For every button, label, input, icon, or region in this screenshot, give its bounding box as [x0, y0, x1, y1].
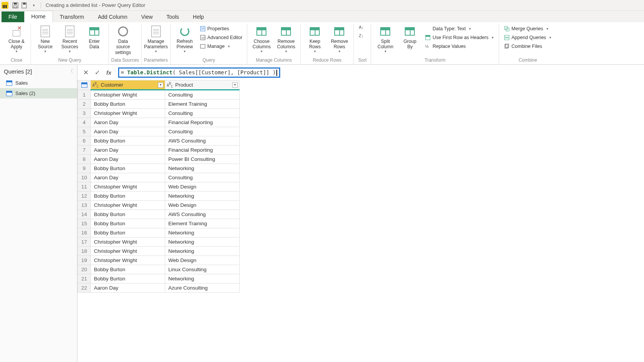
tab-help[interactable]: Help — [186, 11, 211, 22]
cell-customer[interactable]: Aaron Day — [91, 155, 165, 164]
cell-product[interactable]: Financial Reporting — [165, 146, 240, 155]
query-item-sales[interactable]: Sales — [0, 78, 77, 88]
cell-product[interactable]: Consulting — [165, 109, 240, 118]
row-number[interactable]: 3 — [78, 109, 91, 118]
data-source-settings-button[interactable]: Data source settings — [111, 24, 135, 57]
row-number[interactable]: 18 — [78, 247, 91, 256]
cell-product[interactable]: Consulting — [165, 173, 240, 182]
qat-save-icon[interactable] — [12, 2, 19, 9]
cell-product[interactable]: AWS Consulting — [165, 210, 240, 219]
first-row-headers-button[interactable]: Use First Row as Headers▼ — [422, 33, 496, 42]
row-number[interactable]: 2 — [78, 100, 91, 109]
cell-product[interactable]: Networking — [165, 192, 240, 201]
row-number[interactable]: 20 — [78, 265, 91, 274]
combine-files-button[interactable]: Combine Files — [501, 42, 554, 51]
row-number[interactable]: 1 — [78, 90, 91, 100]
row-number[interactable]: 15 — [78, 219, 91, 228]
row-number[interactable]: 7 — [78, 146, 91, 155]
cell-product[interactable]: Networking — [165, 247, 240, 256]
row-number[interactable]: 5 — [78, 127, 91, 136]
enter-data-button[interactable]: Enter Data — [82, 24, 106, 51]
collapse-queries-icon[interactable]: 〈 — [68, 68, 73, 75]
properties-button[interactable]: Properties — [197, 25, 245, 33]
cell-product[interactable]: Consulting — [165, 127, 240, 136]
merge-queries-button[interactable]: Merge Queries▼ — [501, 25, 554, 33]
cell-customer[interactable]: Christopher Wright — [91, 182, 165, 192]
table-row[interactable]: 3Christopher WrightConsulting — [78, 109, 240, 118]
cell-product[interactable]: Element Training — [165, 219, 240, 228]
cell-customer[interactable]: Bobby Burton — [91, 100, 165, 109]
table-row[interactable]: 2Bobby BurtonElement Training — [78, 100, 240, 109]
row-number[interactable]: 19 — [78, 256, 91, 265]
row-number[interactable]: 16 — [78, 228, 91, 238]
sort-button[interactable]: A↓Z↓ — [356, 24, 368, 40]
data-grid[interactable]: ABC Customer ▼ ABC Product ▼ 1Christophe… — [77, 80, 240, 293]
data-grid-wrap[interactable]: ABC Customer ▼ ABC Product ▼ 1Christophe… — [77, 80, 644, 362]
choose-columns-button[interactable]: Choose Columns▼ — [250, 24, 273, 55]
table-row[interactable]: 10Aaron DayConsulting — [78, 173, 240, 182]
append-queries-button[interactable]: Append Queries▼ — [501, 33, 554, 42]
row-number[interactable]: 11 — [78, 182, 91, 192]
group-by-button[interactable]: Group By — [398, 24, 422, 51]
tab-home[interactable]: Home — [24, 11, 53, 22]
cell-customer[interactable]: Bobby Burton — [91, 228, 165, 238]
replace-values-button[interactable]: ½Replace Values — [422, 42, 496, 51]
cell-customer[interactable]: Aaron Day — [91, 173, 165, 182]
table-row[interactable]: 18Christopher WrightNetworking — [78, 247, 240, 256]
table-row[interactable]: 11Christopher WrightWeb Design — [78, 182, 240, 192]
recent-sources-button[interactable]: Recent Sources▼ — [58, 24, 82, 55]
tab-file[interactable]: File — [2, 11, 24, 22]
table-row[interactable]: 14Bobby BurtonAWS Consulting — [78, 210, 240, 219]
cell-customer[interactable]: Bobby Burton — [91, 274, 165, 283]
row-number[interactable]: 12 — [78, 192, 91, 201]
table-row[interactable]: 15Bobby BurtonElement Training — [78, 219, 240, 228]
cell-product[interactable]: Web Design — [165, 182, 240, 192]
row-number[interactable]: 8 — [78, 155, 91, 164]
tab-view[interactable]: View — [134, 11, 159, 22]
manage-button[interactable]: Manage▼ — [197, 42, 245, 51]
formula-cancel-icon[interactable]: ✕ — [80, 67, 91, 78]
cell-customer[interactable]: Christopher Wright — [91, 109, 165, 118]
cell-customer[interactable]: Aaron Day — [91, 283, 165, 293]
cell-customer[interactable]: Christopher Wright — [91, 256, 165, 265]
qat-undo-icon[interactable] — [21, 2, 28, 9]
keep-rows-button[interactable]: Keep Rows▼ — [303, 24, 327, 55]
cell-product[interactable]: AWS Consulting — [165, 136, 240, 146]
cell-customer[interactable]: Christopher Wright — [91, 238, 165, 247]
cell-product[interactable]: Azure Consulting — [165, 283, 240, 293]
table-row[interactable]: 5Aaron DayConsulting — [78, 127, 240, 136]
row-number[interactable]: 21 — [78, 274, 91, 283]
table-row[interactable]: 16Bobby BurtonNetworking — [78, 228, 240, 238]
cell-customer[interactable]: Christopher Wright — [91, 90, 165, 100]
query-item-sales-2-[interactable]: Sales (2) — [0, 88, 77, 98]
cell-product[interactable]: Financial Reporting — [165, 118, 240, 127]
cell-product[interactable]: Networking — [165, 228, 240, 238]
cell-customer[interactable]: Bobby Burton — [91, 265, 165, 274]
table-row[interactable]: 13Christopher WrightWeb Design — [78, 201, 240, 210]
column-filter-dd-icon[interactable]: ▼ — [232, 82, 238, 88]
cell-product[interactable]: Linux Consulting — [165, 265, 240, 274]
tab-tools[interactable]: Tools — [159, 11, 186, 22]
cell-product[interactable]: Web Design — [165, 256, 240, 265]
cell-customer[interactable]: Christopher Wright — [91, 247, 165, 256]
table-row[interactable]: 6Bobby BurtonAWS Consulting — [78, 136, 240, 146]
cell-customer[interactable]: Aaron Day — [91, 118, 165, 127]
cell-customer[interactable]: Bobby Burton — [91, 210, 165, 219]
table-row[interactable]: 8Aaron DayPower BI Consulting — [78, 155, 240, 164]
qat-customize-dd-icon[interactable]: ▾ — [30, 2, 38, 9]
tab-transform[interactable]: Transform — [53, 11, 91, 22]
table-row[interactable]: 9Bobby BurtonNetworking — [78, 164, 240, 173]
row-number[interactable]: 6 — [78, 136, 91, 146]
table-row[interactable]: 7Aaron DayFinancial Reporting — [78, 146, 240, 155]
cell-customer[interactable]: Bobby Burton — [91, 219, 165, 228]
row-number[interactable]: 10 — [78, 173, 91, 182]
table-row[interactable]: 17Christopher WrightNetworking — [78, 238, 240, 247]
table-row[interactable]: 1Christopher WrightConsulting — [78, 90, 240, 100]
row-number[interactable]: 17 — [78, 238, 91, 247]
cell-product[interactable]: Networking — [165, 164, 240, 173]
formula-fx-icon[interactable]: fx — [104, 67, 114, 78]
formula-input[interactable]: = Table.Distinct( Sales[[Customer], [Pro… — [118, 67, 280, 78]
table-row[interactable]: 22Aaron DayAzure Consulting — [78, 283, 240, 293]
cell-product[interactable]: Consulting — [165, 90, 240, 100]
table-row[interactable]: 19Christopher WrightWeb Design — [78, 256, 240, 265]
